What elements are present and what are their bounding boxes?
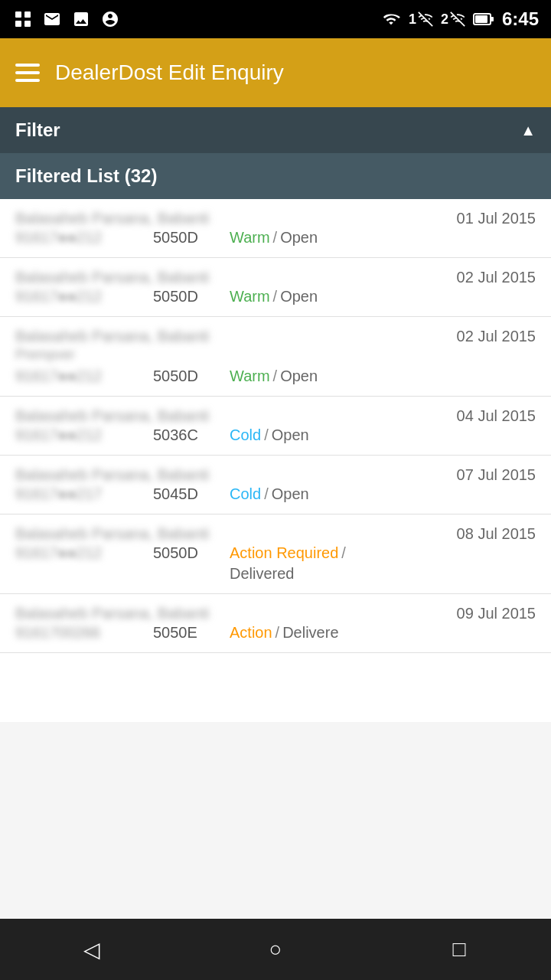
filtered-list-header: Filtered List (32) [0, 153, 551, 199]
enquiry-date-row: Balasaheb Parsana, Babanti 04 Jul 2015 [15, 407, 536, 426]
header-title: DealerDost Edit Enquiry [55, 60, 284, 85]
svg-rect-5 [475, 15, 487, 23]
enquiry-phone: 9161700266 [15, 624, 145, 642]
app-icon-1 [12, 8, 34, 30]
svg-rect-3 [24, 21, 31, 27]
enquiry-name: Balasaheb Parsana, Babanti [15, 210, 210, 227]
signal-1: 1 [409, 11, 433, 28]
enquiry-details-row: 91617●●212 5050D Warm / Open [15, 288, 536, 305]
enquiry-status-group: Cold / Open [230, 485, 309, 503]
enquiry-name: Balasaheb Parsana, Babanti [15, 328, 210, 345]
enquiry-model: 5050D [153, 288, 222, 305]
enquiry-status: Action Required [230, 544, 338, 562]
enquiry-divider: / [276, 624, 280, 642]
home-button[interactable]: ○ [253, 926, 298, 972]
enquiry-date: 07 Jul 2015 [457, 466, 536, 484]
enquiry-model: 5050D [153, 368, 222, 385]
recent-apps-button[interactable]: □ [436, 926, 482, 972]
enquiry-divider: / [264, 426, 269, 444]
enquiry-divider: / [273, 368, 278, 385]
enquiry-model: 5050D [153, 544, 222, 562]
battery-icon [473, 12, 494, 26]
enquiry-divider: / [264, 485, 269, 503]
app-icon-4 [99, 8, 121, 30]
enquiry-date-row: Balasaheb Parsana, Babanti 09 Jul 2015 [15, 605, 536, 624]
svg-rect-2 [15, 21, 21, 27]
enquiry-date-row: Balasaheb Parsana, Babanti 01 Jul 2015 [15, 210, 536, 229]
enquiry-model: 5050E [153, 624, 222, 642]
enquiry-status: Warm [230, 368, 270, 385]
enquiry-status-group: Warm / Open [230, 288, 318, 305]
enquiry-date: 09 Jul 2015 [457, 605, 536, 622]
enquiry-phone: 91617●●212 [15, 368, 145, 385]
enquiry-date: 08 Jul 2015 [457, 525, 536, 543]
enquiry-status: Cold [230, 485, 261, 503]
enquiry-date: 04 Jul 2015 [457, 407, 536, 425]
enquiry-date-row: Balasaheb Parsana, Babanti 08 Jul 2015 [15, 525, 536, 544]
enquiry-status-group: Warm / Open [230, 368, 318, 385]
enquiry-status-group: Cold / Open [230, 426, 309, 444]
enquiry-open-status: Open [272, 426, 309, 444]
enquiry-list: Balasaheb Parsana, Babanti 01 Jul 2015 9… [0, 199, 551, 722]
enquiry-phone: 91617●●212 [15, 288, 145, 305]
enquiry-details-row: 91617●●212 5036C Cold / Open [15, 426, 536, 444]
enquiry-name: Balasaheb Parsana, Babanti [15, 605, 210, 622]
enquiry-status-group: Action / Delivere [230, 624, 339, 642]
filter-label: Filter [15, 119, 60, 141]
enquiry-date-row: Balasaheb Parsana, Babanti 02 Jul 2015 [15, 269, 536, 288]
enquiry-item-3[interactable]: Balasaheb Parsana, Babanti Prempver 02 J… [0, 317, 551, 397]
back-button[interactable]: ◁ [69, 926, 115, 972]
enquiry-name: Balasaheb Parsana, Babanti [15, 466, 210, 484]
enquiry-status: Cold [230, 426, 261, 444]
enquiry-status: Warm [230, 229, 270, 247]
enquiry-phone: 91617●●212 [15, 544, 145, 562]
wifi-icon [381, 11, 401, 28]
enquiry-name: Balasaheb Parsana, Babanti [15, 525, 210, 543]
enquiry-open-status: Delivere [282, 624, 338, 642]
enquiry-phone: 91617●●212 [15, 229, 145, 247]
enquiry-item-6[interactable]: Balasaheb Parsana, Babanti 08 Jul 2015 9… [0, 514, 551, 594]
enquiry-date: 02 Jul 2015 [457, 328, 536, 345]
enquiry-divider: / [273, 288, 278, 305]
enquiry-open-status: Open [272, 485, 309, 503]
enquiry-name: Balasaheb Parsana, Babanti [15, 269, 210, 286]
enquiry-model: 5045D [153, 485, 222, 503]
hamburger-menu-button[interactable] [15, 64, 40, 82]
enquiry-date-row: Balasaheb Parsana, Babanti 07 Jul 2015 [15, 466, 536, 485]
enquiry-status: Action [230, 624, 272, 642]
enquiry-item-1[interactable]: Balasaheb Parsana, Babanti 01 Jul 2015 9… [0, 199, 551, 258]
enquiry-phone: 91617●●217 [15, 485, 145, 503]
enquiry-details-row: 91617●●212 5050D Warm / Open [15, 229, 536, 247]
svg-rect-0 [15, 11, 21, 18]
status-right: 1 2 6:45 [381, 8, 539, 30]
enquiry-open-status: Open [280, 368, 318, 385]
bottom-navigation: ◁ ○ □ [0, 919, 551, 980]
enquiry-details-row: 9161700266 5050E Action / Delivere [15, 624, 536, 642]
app-icon-3 [70, 8, 92, 30]
enquiry-model: 5050D [153, 229, 222, 247]
filter-arrow-icon: ▲ [520, 122, 536, 139]
enquiry-item-7[interactable]: Balasaheb Parsana, Babanti 09 Jul 2015 9… [0, 594, 551, 653]
app-icon-2 [41, 8, 63, 30]
enquiry-status: Warm [230, 288, 270, 305]
svg-rect-1 [24, 11, 31, 18]
enquiry-status-group: Warm / Open [230, 229, 318, 247]
filter-bar[interactable]: Filter ▲ [0, 107, 551, 153]
enquiry-divider: / [273, 229, 278, 247]
status-icons [12, 8, 121, 30]
filtered-list-title: Filtered List (32) [15, 165, 157, 187]
enquiry-sub-name: Prempver [15, 347, 210, 363]
enquiry-details-row: 91617●●212 5050D Warm / Open [15, 368, 536, 385]
enquiry-open-status: Delivered [230, 565, 294, 583]
enquiry-model: 5036C [153, 426, 222, 444]
enquiry-open-status: Open [280, 229, 318, 247]
signal-2: 2 [441, 11, 465, 28]
enquiry-item-2[interactable]: Balasaheb Parsana, Babanti 02 Jul 2015 9… [0, 258, 551, 317]
time-display: 6:45 [502, 8, 539, 30]
enquiry-date: 02 Jul 2015 [457, 269, 536, 286]
enquiry-item-5[interactable]: Balasaheb Parsana, Babanti 07 Jul 2015 9… [0, 456, 551, 514]
enquiry-item-4[interactable]: Balasaheb Parsana, Babanti 04 Jul 2015 9… [0, 397, 551, 456]
enquiry-details-row: 91617●●212 5050D Action Required / Deliv… [15, 544, 536, 583]
enquiry-name: Balasaheb Parsana, Babanti [15, 407, 210, 425]
enquiry-phone: 91617●●212 [15, 426, 145, 444]
